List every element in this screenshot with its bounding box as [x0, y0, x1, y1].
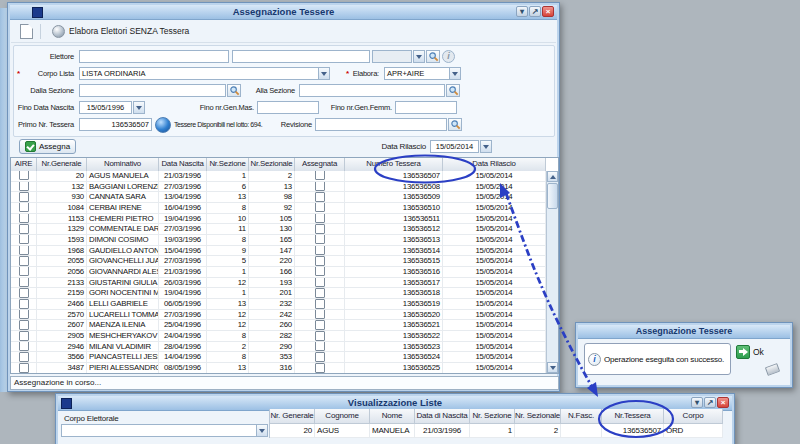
aire-checkbox[interactable] [19, 310, 29, 319]
column-header[interactable]: Nr. Sezionale [515, 409, 561, 424]
table-row[interactable]: 2607MAENZA ILENIA25/04/19961226013653652… [11, 320, 546, 331]
assegnata-checkbox[interactable] [315, 299, 325, 308]
aire-checkbox[interactable] [19, 267, 29, 276]
alla-sezione-search-button[interactable] [446, 84, 460, 97]
column-header[interactable]: Nr.Tessera [602, 409, 664, 424]
table-row[interactable]: 930CANNATA SARA13/04/1996139813653650915… [11, 192, 546, 203]
aire-checkbox[interactable] [19, 352, 29, 361]
aire-checkbox[interactable] [19, 363, 29, 372]
assegna-button[interactable]: Assegna [19, 139, 76, 154]
column-header[interactable]: Data Rilascio [443, 158, 546, 171]
fino-data-nascita-field[interactable]: 15/05/1996 [79, 101, 132, 114]
assegnata-checkbox[interactable] [315, 278, 325, 287]
table-row[interactable]: 1329COMMENTALE DARIO27/03/19961113013653… [11, 224, 546, 235]
dalla-sezione-field[interactable] [79, 84, 226, 97]
assegnata-checkbox[interactable] [315, 320, 325, 329]
assegnata-checkbox[interactable] [315, 203, 325, 212]
aire-checkbox[interactable] [19, 192, 29, 201]
assegnata-checkbox[interactable] [315, 352, 325, 361]
assegnata-checkbox[interactable] [315, 182, 325, 191]
assegnata-checkbox[interactable] [315, 331, 325, 340]
column-header[interactable]: Data di Nascita [415, 409, 470, 424]
restore-button[interactable]: ↗ [529, 6, 541, 17]
aire-checkbox[interactable] [19, 182, 29, 191]
table-row[interactable]: 3566PIANCASTELLI JESSICA14/04/1996835313… [11, 352, 546, 363]
assegnata-checkbox[interactable] [315, 214, 325, 223]
assegnata-checkbox[interactable] [315, 363, 325, 372]
assegnata-checkbox[interactable] [315, 256, 325, 265]
table-row[interactable]: 132BAGGIANI LORENZO27/03/199661313653650… [11, 182, 546, 193]
column-header[interactable]: Nr.Sezionale [249, 158, 295, 171]
aire-checkbox[interactable] [19, 288, 29, 297]
table-row[interactable]: 1084CERBAI IRENE16/04/199689213653651015… [11, 203, 546, 214]
aire-checkbox[interactable] [19, 331, 29, 340]
titlebar[interactable]: Assegnazione Tessere ▾ ↗ × [10, 5, 557, 20]
minimize-button[interactable]: ▾ [516, 6, 528, 17]
ok-button[interactable]: Ok [736, 345, 764, 359]
aire-checkbox[interactable] [19, 278, 29, 287]
table-row[interactable]: 2946MILANI VLADIMIR28/04/199622901365365… [11, 342, 546, 353]
assegnata-checkbox[interactable] [315, 246, 325, 255]
table-row[interactable]: 2056GIOVANNARDI ALESSA21/03/199611661365… [11, 267, 546, 278]
table-row[interactable]: 1593DIMONI COSIMO19/03/19968165136536513… [11, 235, 546, 246]
aire-checkbox[interactable] [19, 235, 29, 244]
column-header[interactable]: Nr.Sezione [207, 158, 249, 171]
eraser-icon[interactable] [765, 363, 780, 376]
elettore-search-button[interactable] [426, 50, 440, 63]
corpo-elettorale-dropdown[interactable] [256, 424, 268, 437]
assegnata-checkbox[interactable] [315, 267, 325, 276]
fino-data-nascita-dropdown[interactable] [133, 101, 145, 114]
assegnata-checkbox[interactable] [315, 224, 325, 233]
table-row[interactable]: 1153CHEMERI PIETRO19/04/1996101051365365… [11, 214, 546, 225]
table-row[interactable]: 2570LUCARELLI TOMMASO27/03/1996122421365… [11, 310, 546, 321]
table-row[interactable]: 3487PIERI ALESSANDRO08/05/19961331613653… [11, 363, 546, 373]
primo-tessera-field[interactable]: 136536507 [79, 118, 152, 131]
table-row[interactable]: 20AGUS MANUELA21/03/19961213653650715/05… [11, 171, 546, 182]
table-row[interactable]: 2055GIOVANCHELLI JUAN C27/03/19965220136… [11, 256, 546, 267]
table-row[interactable]: 1968GAUDIELLO ANTONIO15/04/1996914713653… [11, 246, 546, 257]
table-row[interactable]: 20AGUSMANUELA21/03/199612136536507ORD [270, 424, 723, 438]
aire-checkbox[interactable] [19, 342, 29, 351]
data-rilascio-dropdown[interactable] [480, 140, 492, 153]
corpo-elettorale-select[interactable] [61, 424, 268, 437]
generate-tessera-button[interactable] [155, 117, 171, 133]
column-header[interactable]: N.Fasc. [561, 409, 602, 424]
dialog-titlebar[interactable]: Assegnazione Tessere [578, 325, 790, 339]
column-header[interactable]: Cognome [315, 409, 370, 424]
assegnata-checkbox[interactable] [315, 310, 325, 319]
table-row[interactable]: 2159GORI NOCENTINI MAR19/04/199612011365… [11, 288, 546, 299]
table-row[interactable]: 2466LELLI GABRIELE06/05/1996132321365365… [11, 299, 546, 310]
elabora-elettori-button[interactable]: Elabora Elettori SENZA Tessera [48, 24, 193, 39]
elettore-code-field[interactable] [79, 50, 229, 63]
aire-checkbox[interactable] [19, 214, 29, 223]
column-header[interactable]: Numero Tessera [345, 158, 443, 171]
aire-checkbox[interactable] [19, 299, 29, 308]
aire-checkbox[interactable] [19, 320, 29, 329]
restore-button[interactable]: ↗ [704, 397, 716, 408]
column-header[interactable]: Nome [370, 409, 415, 424]
aire-checkbox[interactable] [19, 246, 29, 255]
scroll-down-button[interactable] [547, 362, 558, 373]
elettore-name-field[interactable] [232, 50, 370, 63]
assegnata-checkbox[interactable] [315, 288, 325, 297]
column-header[interactable]: Assegnata [295, 158, 345, 171]
corpo-lista-dropdown[interactable] [318, 67, 330, 80]
column-header[interactable]: AIRE [11, 158, 37, 171]
elettore-dropdown-button[interactable] [413, 50, 425, 63]
revisione-field[interactable] [315, 118, 447, 131]
column-header[interactable]: Corpo [664, 409, 723, 424]
aire-checkbox[interactable] [19, 171, 29, 180]
column-header[interactable]: Nr.Generale [37, 158, 87, 171]
minimize-button[interactable]: ▾ [691, 397, 703, 408]
fino-gen-femm-field[interactable] [395, 101, 457, 114]
aire-checkbox[interactable] [19, 224, 29, 233]
assegnata-checkbox[interactable] [315, 171, 325, 180]
close-button[interactable]: × [542, 6, 554, 17]
column-header[interactable]: Nr. Generale [270, 409, 315, 424]
scroll-up-button[interactable] [547, 171, 558, 182]
table-row[interactable]: 2133GIUSTARINI GIULIA26/03/1996121931365… [11, 278, 546, 289]
scrollbar-thumb[interactable] [547, 183, 558, 209]
corpo-lista-select[interactable]: LISTA ORDINARIA [79, 67, 330, 80]
elabora-dropdown[interactable] [449, 67, 461, 80]
assegnata-checkbox[interactable] [315, 192, 325, 201]
